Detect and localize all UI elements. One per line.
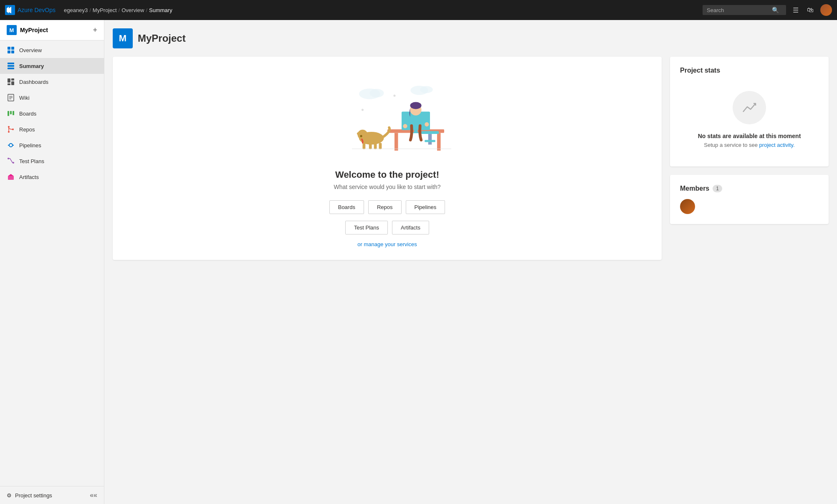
service-button-test-plans[interactable]: Test Plans (345, 221, 388, 234)
members-count-badge: 1 (713, 185, 722, 192)
svg-rect-6 (8, 65, 14, 67)
svg-point-28 (369, 89, 384, 97)
welcome-subtitle: What service would you like to start wit… (334, 184, 441, 190)
test-plans-icon (7, 157, 15, 165)
content-header: M MyProject (113, 28, 829, 48)
stats-setup-text: Setup a service to see project activity. (704, 142, 794, 148)
overview-icon (7, 46, 15, 54)
members-header: Members 1 (680, 185, 819, 192)
svg-point-50 (362, 132, 368, 136)
svg-rect-3 (8, 50, 10, 53)
search-input[interactable] (707, 7, 769, 13)
bag-icon[interactable]: 🛍 (805, 5, 815, 15)
topnav-right: 🔍 ☰ 🛍 (703, 4, 832, 16)
sidebar-pipelines-label: Pipelines (19, 142, 41, 149)
search-icon: 🔍 (772, 7, 779, 13)
svg-rect-52 (362, 143, 365, 149)
repos-icon (7, 125, 15, 134)
service-button-boards[interactable]: Boards (329, 200, 364, 214)
brand-text: Azure DevOps (18, 7, 56, 13)
members-card: Members 1 (670, 175, 829, 224)
main-content: M MyProject (104, 20, 837, 504)
svg-rect-2 (11, 47, 14, 50)
sidebar-add-button[interactable]: + (93, 26, 97, 35)
breadcrumb-item-2[interactable]: MyProject (93, 7, 117, 13)
svg-point-44 (410, 102, 421, 109)
sidebar-item-dashboards[interactable]: Dashboards (0, 74, 104, 90)
members-title: Members (680, 185, 709, 192)
svg-point-31 (393, 95, 395, 97)
sidebar-boards-label: Boards (19, 111, 36, 117)
top-navigation: Azure DevOps egeaney3 / MyProject / Over… (0, 0, 837, 20)
svg-rect-1 (8, 47, 10, 50)
sidebar-item-boards[interactable]: Boards (0, 106, 104, 121)
sidebar-dashboards-label: Dashboards (19, 79, 48, 85)
sidebar: M MyProject + Overview (0, 20, 104, 504)
svg-point-46 (425, 122, 429, 126)
sidebar-project-name: MyProject (20, 27, 48, 33)
svg-rect-17 (10, 111, 12, 114)
stats-empty-icon (733, 91, 766, 124)
main-layout: M MyProject + Overview (0, 20, 837, 504)
svg-rect-53 (369, 143, 372, 149)
project-settings-link[interactable]: ⚙ Project settings (7, 492, 52, 499)
svg-point-45 (403, 124, 407, 128)
svg-point-19 (8, 126, 10, 128)
member-avatar-1[interactable] (680, 199, 695, 214)
project-settings-label: Project settings (15, 492, 52, 499)
sidebar-item-test-plans[interactable]: Test Plans (0, 153, 104, 169)
dashboards-icon (7, 78, 15, 86)
service-button-artifacts[interactable]: Artifacts (392, 221, 429, 234)
stats-icon-area: No stats are available at this moment Se… (680, 83, 819, 156)
sidebar-project: M MyProject (7, 25, 48, 35)
sidebar-artifacts-label: Artifacts (19, 174, 39, 180)
svg-point-51 (360, 135, 362, 137)
project-activity-link[interactable]: project activity. (759, 142, 795, 148)
welcome-illustration (316, 69, 458, 161)
svg-rect-41 (425, 140, 435, 142)
sidebar-item-pipelines[interactable]: Pipelines (0, 137, 104, 153)
sidebar-item-overview[interactable]: Overview (0, 42, 104, 58)
sidebar-project-avatar: M (7, 25, 17, 35)
chart-icon (741, 99, 758, 116)
list-icon[interactable]: ☰ (791, 5, 800, 16)
breadcrumb-item-1[interactable]: egeaney3 (64, 7, 88, 13)
search-box[interactable]: 🔍 (703, 5, 786, 15)
service-button-repos[interactable]: Repos (368, 200, 402, 214)
sidebar-wiki-label: Wiki (19, 95, 30, 101)
logo-area[interactable]: Azure DevOps (5, 5, 56, 15)
svg-rect-10 (8, 83, 10, 85)
svg-rect-40 (428, 134, 432, 145)
sidebar-header: M MyProject + (0, 20, 104, 40)
artifacts-icon (7, 173, 15, 181)
svg-rect-11 (11, 81, 14, 85)
sidebar-item-artifacts[interactable]: Artifacts (0, 169, 104, 185)
sidebar-overview-label: Overview (19, 47, 42, 53)
service-button-pipelines[interactable]: Pipelines (406, 200, 445, 214)
boards-icon (7, 109, 15, 118)
summary-icon (7, 62, 15, 70)
sidebar-repos-label: Repos (19, 126, 35, 133)
member-avatar-image-1 (680, 199, 695, 214)
manage-services-link[interactable]: or manage your services (357, 241, 417, 247)
svg-point-49 (357, 132, 362, 136)
sidebar-item-wiki[interactable]: Wiki (0, 90, 104, 106)
settings-icon: ⚙ (7, 492, 12, 499)
sidebar-test-plans-label: Test Plans (19, 158, 44, 164)
breadcrumb-item-3[interactable]: Overview (121, 7, 144, 13)
svg-rect-39 (421, 131, 439, 134)
svg-rect-8 (8, 78, 10, 83)
sidebar-collapse-button[interactable]: «« (90, 491, 97, 499)
sidebar-footer: ⚙ Project settings «« (0, 486, 104, 504)
svg-rect-35 (437, 133, 441, 151)
svg-point-25 (8, 158, 9, 159)
sidebar-item-summary[interactable]: Summary (0, 58, 104, 74)
svg-point-23 (9, 144, 13, 147)
project-stats-title: Project stats (680, 67, 819, 74)
wiki-icon (7, 93, 15, 102)
sidebar-item-repos[interactable]: Repos (0, 121, 104, 137)
azure-devops-logo-icon (5, 5, 15, 15)
content-grid: Welcome to the project! What service wou… (113, 57, 829, 260)
user-avatar[interactable] (820, 4, 832, 16)
welcome-card: Welcome to the project! What service wou… (113, 57, 662, 260)
